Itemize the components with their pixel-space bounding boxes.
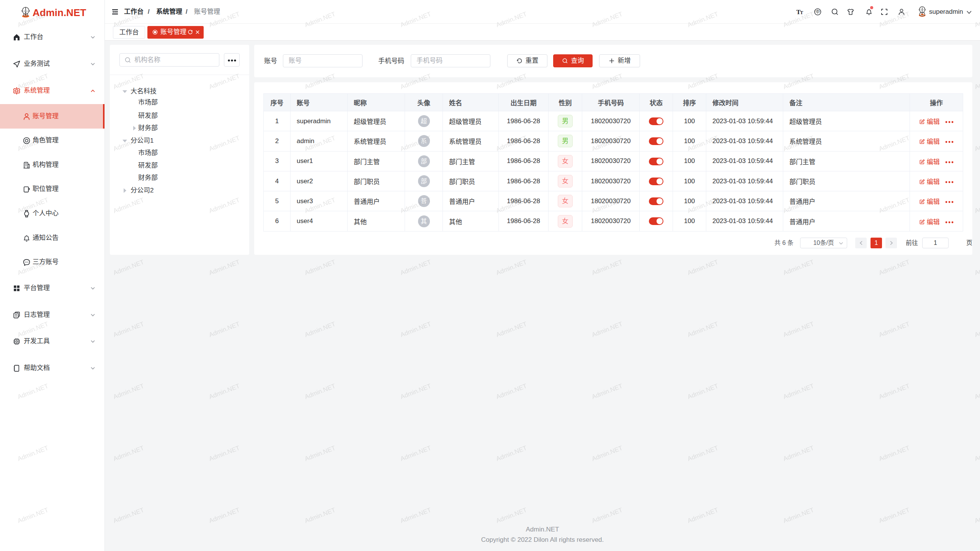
svg-text:中: 中 [816, 10, 820, 14]
svg-text:T: T [800, 10, 803, 15]
